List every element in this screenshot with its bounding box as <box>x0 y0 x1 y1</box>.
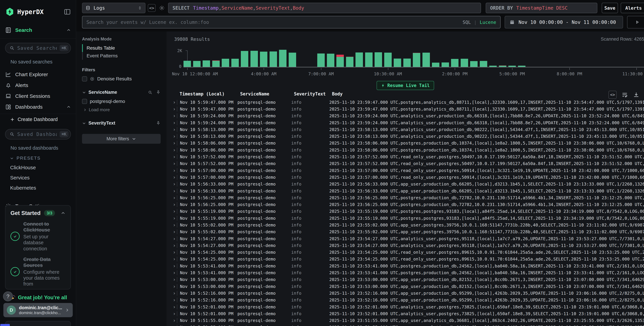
help-button[interactable]: ? <box>3 291 13 301</box>
resume-live-tail-button[interactable]: Resume Live Tail <box>376 81 434 90</box>
search-icon[interactable] <box>148 90 152 95</box>
expand-row-chevron-icon[interactable]: › <box>173 195 177 201</box>
expand-row-chevron-icon[interactable]: › <box>173 222 177 228</box>
table-row[interactable]: ›Nov 10 5:55:19.000 PMpostgresql-demoinf… <box>166 208 644 215</box>
column-header-severitytext[interactable]: SeverityText <box>291 91 329 97</box>
sql-toggle[interactable]: SQL <box>462 20 471 25</box>
expand-row-chevron-icon[interactable]: › <box>173 284 177 289</box>
search-input[interactable]: Search your events w/ Lucene ex. column:… <box>82 16 500 29</box>
alerts-button[interactable]: Alerts <box>621 3 644 13</box>
load-more-button[interactable]: Load more <box>83 107 161 112</box>
download-icon[interactable] <box>633 91 640 98</box>
get-started-step[interactable]: Create Data SourcesConfigure where your … <box>10 256 66 287</box>
table-row[interactable]: ›Nov 10 5:57:52.000 PMpostgresql-demoinf… <box>166 153 644 160</box>
sidebar-item-client-sessions[interactable]: Client Sessions <box>0 91 76 102</box>
service-filter-checkbox-row[interactable]: postgresql-demo <box>82 99 161 104</box>
table-row[interactable]: ›Nov 10 5:56:33.000 PMpostgresql-demoinf… <box>166 188 644 194</box>
chart-bar[interactable] <box>489 66 497 67</box>
table-row[interactable]: ›Nov 10 5:58:06.000 PMpostgresql-demoinf… <box>166 140 644 147</box>
chart-bar[interactable] <box>184 61 191 67</box>
chart-bar[interactable] <box>413 53 420 67</box>
expand-row-chevron-icon[interactable]: › <box>173 304 177 310</box>
saved-searches-input[interactable]: Saved Searches ⌘K <box>5 43 71 53</box>
collapse-sidebar-icon[interactable] <box>64 8 71 16</box>
expand-row-chevron-icon[interactable]: › <box>173 106 177 112</box>
chart-bar[interactable] <box>336 55 344 67</box>
chart-bar[interactable] <box>451 59 458 67</box>
chart-bar[interactable] <box>212 61 220 67</box>
table-row[interactable]: ›Nov 10 5:57:00.000 PMpostgresql-demoinf… <box>166 167 644 174</box>
expand-row-chevron-icon[interactable]: › <box>173 215 177 221</box>
expand-row-chevron-icon[interactable]: › <box>173 147 177 153</box>
chart-bar[interactable] <box>518 66 526 67</box>
expand-row-chevron-icon[interactable]: › <box>173 140 177 146</box>
chart-bar[interactable] <box>403 59 411 67</box>
expand-row-chevron-icon[interactable]: › <box>173 236 177 241</box>
chart-bar[interactable] <box>222 59 229 67</box>
chart-bar[interactable] <box>289 53 296 67</box>
filter-group-servicename[interactable]: ServiceName <box>82 90 161 95</box>
expand-row-chevron-icon[interactable]: › <box>173 202 177 207</box>
expand-row-chevron-icon[interactable]: › <box>173 229 177 235</box>
chart-bar[interactable] <box>231 59 239 67</box>
table-row[interactable]: ›Nov 10 5:55:19.000 PMpostgresql-demoinf… <box>166 215 644 222</box>
get-started-step[interactable]: Connect to ClickHouseSet up your databas… <box>10 221 66 252</box>
table-row[interactable]: ›Nov 10 5:56:25.000 PMpostgresql-demoinf… <box>166 194 644 201</box>
preset-item[interactable]: ClickHouse <box>0 162 76 173</box>
chart-bar[interactable] <box>508 66 516 67</box>
table-row[interactable]: ›Nov 10 5:54:27.000 PMpostgresql-demoinf… <box>166 242 644 249</box>
table-row[interactable]: ›Nov 10 5:58:06.000 PMpostgresql-demoinf… <box>166 147 644 153</box>
expand-row-chevron-icon[interactable]: › <box>173 270 177 275</box>
table-row[interactable]: ›Nov 10 5:53:00.000 PMpostgresql-demoinf… <box>166 283 644 290</box>
expand-row-chevron-icon[interactable]: › <box>173 249 177 255</box>
raw-mode-icon[interactable]: <> <box>608 91 616 99</box>
expand-row-chevron-icon[interactable]: › <box>173 168 177 173</box>
chart-bar[interactable] <box>365 53 372 67</box>
chart-bar[interactable] <box>317 54 325 67</box>
chart-bar[interactable] <box>260 52 268 67</box>
lucene-toggle[interactable]: Lucene <box>480 20 496 25</box>
expand-row-chevron-icon[interactable]: › <box>173 290 177 296</box>
table-row[interactable]: ›Nov 10 5:53:41.000 PMpostgresql-demoinf… <box>166 269 644 276</box>
column-header-body[interactable]: Body <box>329 91 644 97</box>
order-by-input[interactable]: ORDER BY TimestampTime DESC <box>486 3 597 13</box>
table-row[interactable]: ›Nov 10 5:54:25.000 PMpostgresql-demoinf… <box>166 256 644 262</box>
expand-row-chevron-icon[interactable]: › <box>173 154 177 160</box>
chart-plot[interactable]: 2K 0 <box>184 48 644 67</box>
source-selector[interactable]: Logs <box>82 3 146 13</box>
analysis-mode-option[interactable]: Results Table <box>82 44 161 52</box>
table-row[interactable]: ›Nov 10 5:53:41.000 PMpostgresql-demoinf… <box>166 262 644 269</box>
table-row[interactable]: ›Nov 10 5:56:33.000 PMpostgresql-demoinf… <box>166 181 644 188</box>
table-row[interactable]: ›Nov 10 5:54:27.000 PMpostgresql-demoinf… <box>166 235 644 242</box>
table-row[interactable]: ›Nov 10 5:59:47.000 PMpostgresql-demoinf… <box>166 106 644 112</box>
preset-item[interactable]: Kubernetes <box>0 183 76 193</box>
expand-row-chevron-icon[interactable]: › <box>173 175 177 180</box>
chart-bar[interactable] <box>241 51 248 67</box>
expand-row-chevron-icon[interactable]: › <box>173 263 177 269</box>
create-dashboard-button[interactable]: Create Dashboard <box>0 114 76 125</box>
chart-bar[interactable] <box>270 52 277 67</box>
checkbox[interactable] <box>82 99 87 104</box>
table-row[interactable]: ›Nov 10 5:56:25.000 PMpostgresql-demoinf… <box>166 201 644 208</box>
chart-bar[interactable] <box>470 61 478 67</box>
column-header-timestamp[interactable]: Timestamp (Local) <box>177 91 238 97</box>
more-filters-button[interactable]: More filters <box>82 134 161 144</box>
presets-header[interactable]: PRESETS <box>10 156 71 161</box>
chart-bar[interactable] <box>480 61 487 67</box>
pin-icon[interactable] <box>156 121 161 126</box>
preset-item[interactable]: Services <box>0 173 76 183</box>
save-button[interactable]: Save <box>602 3 618 13</box>
denoise-results-checkbox-row[interactable]: Denoise Results <box>82 76 161 82</box>
chart-bar[interactable] <box>202 61 210 67</box>
table-row[interactable]: ›Nov 10 5:59:47.000 PMpostgresql-demoinf… <box>166 99 644 106</box>
expand-row-chevron-icon[interactable]: › <box>173 324 177 326</box>
user-menu[interactable]: D dominic.tran@clic... dominic.tran@clic… <box>4 303 73 317</box>
pin-icon[interactable] <box>156 90 161 95</box>
expand-row-chevron-icon[interactable]: › <box>173 113 177 119</box>
expand-row-chevron-icon[interactable]: › <box>173 256 177 262</box>
filter-group-severitytext[interactable]: SeverityText <box>82 121 161 126</box>
expand-row-chevron-icon[interactable]: › <box>173 188 177 194</box>
sql-mode-toggle-button[interactable]: <> <box>148 4 156 12</box>
chart-bar[interactable] <box>374 52 382 67</box>
expand-row-chevron-icon[interactable]: › <box>173 120 177 126</box>
